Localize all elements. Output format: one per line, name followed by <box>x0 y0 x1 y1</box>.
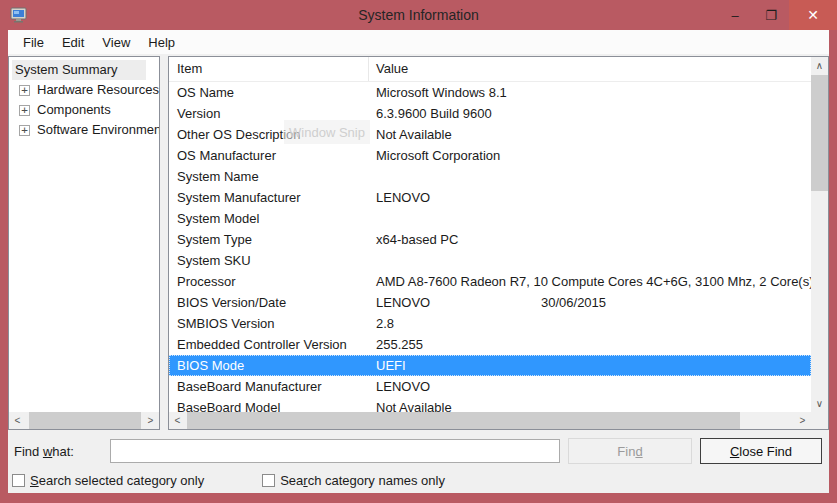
value-cell: LENOVO30/06/2015 <box>369 292 811 313</box>
table-body: OS NameMicrosoft Windows 8.1Version6.3.9… <box>169 82 811 412</box>
tree-item-label: Software Environment <box>34 120 159 140</box>
table-row[interactable]: OS NameMicrosoft Windows 8.1 <box>169 82 811 103</box>
menu-help[interactable]: Help <box>139 32 184 53</box>
detail-table-panel: Item Value OS NameMicrosoft Windows 8.1V… <box>168 56 829 430</box>
table-row[interactable]: Other OS DescriptionNot Available <box>169 124 811 145</box>
table-row[interactable]: BaseBoard ManufacturerLENOVO <box>169 376 811 397</box>
value-cell: Microsoft Windows 8.1 <box>369 82 811 103</box>
main-split: System Summary+Hardware Resources+Compon… <box>8 54 829 430</box>
search-selected-category-option[interactable]: Search selected category only <box>12 473 204 488</box>
menubar: FileEditViewHelp <box>8 30 829 54</box>
close-icon: ✕ <box>807 7 819 23</box>
tree-item-label: Components <box>34 100 115 120</box>
tree-item-label: System Summary <box>12 60 146 80</box>
value-cell: 255.255 <box>369 334 811 355</box>
maximize-icon: ❐ <box>765 8 777 23</box>
table-hscroll-track <box>186 412 794 429</box>
search-category-names-label: Search category names only <box>280 473 445 488</box>
value-cell: Microsoft Corporation <box>369 145 811 166</box>
scroll-left-icon[interactable]: < <box>169 412 186 429</box>
scroll-left-icon[interactable]: < <box>9 412 26 429</box>
table-row[interactable]: OS ManufacturerMicrosoft Corporation <box>169 145 811 166</box>
value-cell: 2.8 <box>369 313 811 334</box>
scroll-up-icon[interactable]: ∧ <box>811 57 828 74</box>
tree-item-software-environment[interactable]: +Software Environment <box>19 120 159 140</box>
table-row[interactable]: ProcessorAMD A8-7600 Radeon R7, 10 Compu… <box>169 271 811 292</box>
item-cell: System Name <box>169 166 369 187</box>
table-row[interactable]: BIOS Version/DateLENOVO30/06/2015 <box>169 292 811 313</box>
item-cell: Embedded Controller Version <box>169 334 369 355</box>
table-vscroll-thumb[interactable] <box>811 75 828 191</box>
column-header-item[interactable]: Item <box>169 57 369 81</box>
table-row[interactable]: Embedded Controller Version255.255 <box>169 334 811 355</box>
category-tree-panel: System Summary+Hardware Resources+Compon… <box>8 56 160 430</box>
item-cell: BaseBoard Manufacturer <box>169 376 369 397</box>
search-options-row: Search selected category only Search cat… <box>8 467 829 493</box>
item-cell: BIOS Version/Date <box>169 292 369 313</box>
scrollbar-corner <box>811 412 828 429</box>
minimize-button[interactable]: – <box>717 0 753 30</box>
table-row[interactable]: System ManufacturerLENOVO <box>169 187 811 208</box>
system-information-window: System Information – ❐ ✕ FileEditViewHel… <box>0 0 837 503</box>
item-cell: Version <box>169 103 369 124</box>
table-row[interactable]: BaseBoard ModelNot Available <box>169 397 811 412</box>
titlebar: System Information – ❐ ✕ <box>0 0 837 30</box>
table-horizontal-scrollbar[interactable]: < > <box>169 412 811 429</box>
item-cell: System SKU <box>169 250 369 271</box>
table-row[interactable]: System Name <box>169 166 811 187</box>
find-button[interactable]: Find <box>568 438 692 464</box>
value-cell: x64-based PC <box>369 229 811 250</box>
scroll-right-icon[interactable]: > <box>142 412 159 429</box>
item-cell: BIOS Mode <box>169 355 369 376</box>
tree-item-label: Hardware Resources <box>34 80 159 100</box>
tree-item-system-summary[interactable]: System Summary <box>12 60 159 80</box>
menu-edit[interactable]: Edit <box>53 32 93 53</box>
msinfo-app-icon <box>10 7 28 23</box>
item-cell: SMBIOS Version <box>169 313 369 334</box>
search-selected-category-label: Search selected category only <box>30 473 204 488</box>
value-cell: UEFI <box>369 355 811 376</box>
tree-item-hardware-resources[interactable]: +Hardware Resources <box>19 80 159 100</box>
scroll-down-icon[interactable]: ∨ <box>811 395 828 412</box>
table-row[interactable]: Version6.3.9600 Build 9600 <box>169 103 811 124</box>
menu-view[interactable]: View <box>93 32 139 53</box>
menu-file[interactable]: File <box>14 32 53 53</box>
item-cell: System Model <box>169 208 369 229</box>
column-header-value[interactable]: Value <box>369 57 811 81</box>
value-cell: Not Available <box>369 124 811 145</box>
checkbox-icon[interactable] <box>12 474 25 487</box>
item-cell: OS Name <box>169 82 369 103</box>
table-hscroll-thumb[interactable] <box>187 412 740 429</box>
table-row[interactable]: System Typex64-based PC <box>169 229 811 250</box>
tree-item-components[interactable]: +Components <box>19 100 159 120</box>
item-cell: System Manufacturer <box>169 187 369 208</box>
expand-plus-icon[interactable]: + <box>19 85 30 96</box>
close-button[interactable]: ✕ <box>789 0 837 30</box>
search-category-names-option[interactable]: Search category names only <box>262 473 445 488</box>
category-tree: System Summary+Hardware Resources+Compon… <box>9 57 159 412</box>
value-cell: 6.3.9600 Build 9600 <box>369 103 811 124</box>
expand-plus-icon[interactable]: + <box>19 105 30 116</box>
maximize-button[interactable]: ❐ <box>753 0 789 30</box>
value-cell: Not Available <box>369 397 811 412</box>
minimize-icon: – <box>731 8 738 23</box>
table-vertical-scrollbar[interactable]: ∧ ∨ <box>811 57 828 412</box>
checkbox-icon[interactable] <box>262 474 275 487</box>
table-header: Item Value <box>169 57 811 82</box>
close-find-button[interactable]: Close Find <box>700 438 822 464</box>
expand-plus-icon[interactable]: + <box>19 125 30 136</box>
find-what-input[interactable] <box>110 439 560 463</box>
item-cell: Processor <box>169 271 369 292</box>
scroll-right-icon[interactable]: > <box>794 412 811 429</box>
tree-hscroll-thumb[interactable] <box>29 412 141 429</box>
tree-horizontal-scrollbar[interactable]: < > <box>9 412 159 429</box>
table-row[interactable]: SMBIOS Version2.8 <box>169 313 811 334</box>
item-cell: OS Manufacturer <box>169 145 369 166</box>
item-cell: Other OS Description <box>169 124 369 145</box>
table-row[interactable]: System Model <box>169 208 811 229</box>
table-vscroll-track <box>811 74 828 395</box>
find-bar: Find what: Find Close Find <box>8 435 829 467</box>
value-cell: LENOVO <box>369 187 811 208</box>
table-row[interactable]: BIOS ModeUEFI <box>169 355 811 376</box>
table-row[interactable]: System SKU <box>169 250 811 271</box>
